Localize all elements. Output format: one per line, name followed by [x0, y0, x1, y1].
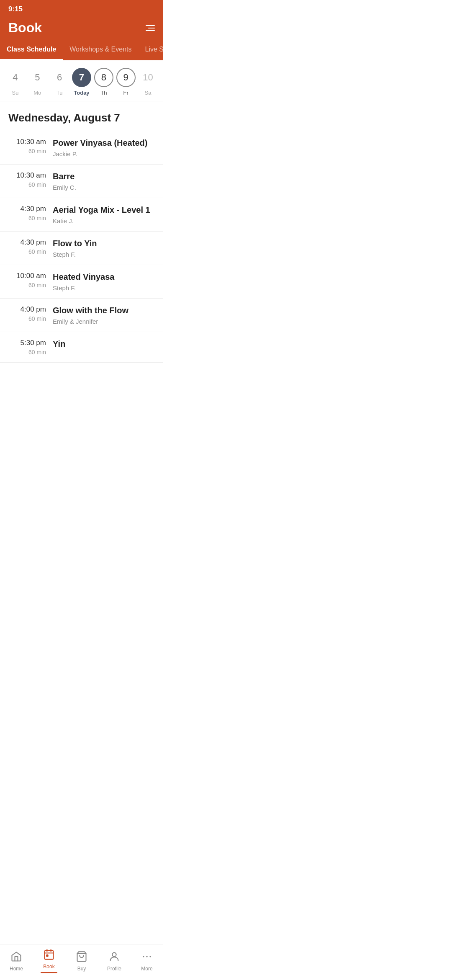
header: Book: [0, 17, 163, 36]
table-row[interactable]: 4:30 pm 60 min Aerial Yoga Mix - Level 1…: [0, 198, 163, 232]
day-number-7: 7: [72, 68, 91, 87]
class-time-3: 4:30 pm 60 min: [8, 238, 46, 255]
page-title: Book: [8, 20, 42, 36]
status-bar: 9:15: [0, 0, 163, 17]
class-info-5: Glow with the Flow Emily & Jennifer: [53, 305, 155, 325]
tabs-bar: Class Schedule Workshops & Events Live S…: [0, 36, 163, 60]
class-time-5: 4:00 pm 60 min: [8, 305, 46, 322]
filter-button[interactable]: [146, 25, 155, 31]
class-info-6: Yin: [53, 339, 155, 351]
day-label-7: Today: [74, 90, 89, 96]
class-info-2: Aerial Yoga Mix - Level 1 Katie J.: [53, 205, 155, 224]
tab-workshops-events[interactable]: Workshops & Events: [63, 41, 138, 60]
calendar-strip: 4 Su 5 Mo 6 Tu 7 Today 8 Th 9 Fr 10 Sa: [0, 60, 163, 101]
table-row[interactable]: 4:00 pm 60 min Glow with the Flow Emily …: [0, 299, 163, 332]
table-row[interactable]: 10:00 am 60 min Heated Vinyasa Steph F.: [0, 265, 163, 299]
tab-live-stream[interactable]: Live S...: [139, 41, 164, 60]
day-label-8: Th: [100, 90, 107, 96]
class-info-1: Barre Emily C.: [53, 171, 155, 191]
class-time-4: 10:00 am 60 min: [8, 272, 46, 289]
table-row[interactable]: 10:30 am 60 min Barre Emily C.: [0, 165, 163, 198]
class-info-0: Power Vinyasa (Heated) Jackie P.: [53, 138, 155, 157]
day-number-6: 6: [50, 68, 69, 87]
class-list: 10:30 am 60 min Power Vinyasa (Heated) J…: [0, 131, 163, 405]
day-number-9: 9: [116, 68, 136, 87]
table-row[interactable]: 4:30 pm 60 min Flow to Yin Steph F.: [0, 232, 163, 265]
calendar-day-10[interactable]: 10 Sa: [137, 68, 159, 96]
table-row[interactable]: 10:30 am 60 min Power Vinyasa (Heated) J…: [0, 131, 163, 165]
class-time-0: 10:30 am 60 min: [8, 138, 46, 155]
class-info-3: Flow to Yin Steph F.: [53, 238, 155, 258]
date-heading: Wednesday, August 7: [0, 101, 163, 131]
calendar-day-7-today[interactable]: 7 Today: [71, 68, 92, 96]
day-label-9: Fr: [123, 90, 128, 96]
calendar-day-6[interactable]: 6 Tu: [49, 68, 70, 96]
calendar-day-4[interactable]: 4 Su: [4, 68, 26, 96]
calendar-day-5[interactable]: 5 Mo: [26, 68, 48, 96]
day-label-10: Sa: [145, 90, 152, 96]
day-number-8: 8: [94, 68, 113, 87]
day-label-4: Su: [12, 90, 18, 96]
tab-class-schedule[interactable]: Class Schedule: [0, 41, 63, 60]
class-time-2: 4:30 pm 60 min: [8, 205, 46, 222]
day-label-5: Mo: [33, 90, 41, 96]
class-time-1: 10:30 am 60 min: [8, 171, 46, 188]
day-number-4: 4: [5, 68, 25, 87]
calendar-day-9[interactable]: 9 Fr: [115, 68, 137, 96]
day-number-10: 10: [138, 68, 157, 87]
class-info-4: Heated Vinyasa Steph F.: [53, 272, 155, 291]
status-time: 9:15: [8, 5, 23, 13]
day-number-5: 5: [28, 68, 47, 87]
table-row[interactable]: 5:30 pm 60 min Yin: [0, 332, 163, 363]
calendar-day-8[interactable]: 8 Th: [93, 68, 115, 96]
class-time-6: 5:30 pm 60 min: [8, 339, 46, 356]
day-label-6: Tu: [56, 90, 63, 96]
